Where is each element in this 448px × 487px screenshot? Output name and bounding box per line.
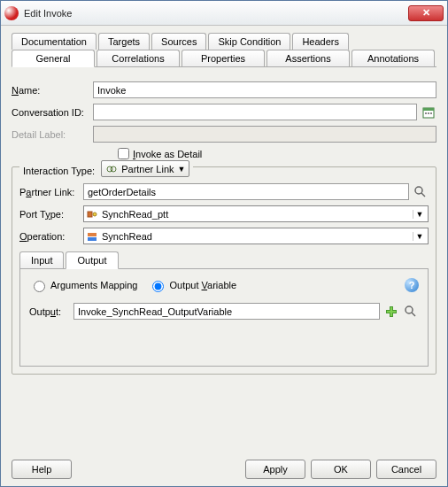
interaction-type-dropdown[interactable]: Partner Link ▼ — [101, 160, 189, 177]
add-output-icon[interactable] — [383, 304, 399, 320]
cancel-button[interactable]: Cancel — [376, 460, 436, 479]
help-icon[interactable]: ? — [405, 278, 419, 292]
svg-point-7 — [415, 187, 422, 194]
tab-sources[interactable]: Sources — [151, 33, 206, 50]
operation-combo[interactable]: SynchRead ▼ — [83, 228, 429, 244]
tab-output[interactable]: Output — [66, 251, 118, 269]
operation-value: SynchRead — [102, 231, 152, 242]
partner-link-search-icon[interactable] — [413, 184, 429, 200]
button-bar: Help Apply OK Cancel — [12, 460, 436, 479]
tab-targets[interactable]: Targets — [98, 33, 150, 50]
tab-input[interactable]: Input — [19, 251, 64, 268]
name-field[interactable] — [93, 81, 436, 98]
conversation-id-browse-icon[interactable] — [421, 104, 436, 120]
titlebar: Edit Invoke ✕ — [1, 1, 447, 26]
invoke-as-detail-label: Invoke as Detail — [133, 149, 202, 159]
port-type-icon — [86, 208, 98, 220]
partner-link-field[interactable] — [83, 183, 409, 200]
chevron-down-icon[interactable]: ▼ — [413, 232, 426, 241]
output-label: Output: — [29, 306, 73, 317]
ok-button[interactable]: OK — [311, 460, 371, 479]
io-tabs: Input Output — [19, 251, 429, 269]
apply-button[interactable]: Apply — [245, 460, 305, 479]
app-icon — [4, 6, 19, 20]
chevron-down-icon: ▼ — [178, 165, 186, 174]
arguments-mapping-radio[interactable]: Arguments Mapping — [29, 278, 137, 292]
tab-annotations[interactable]: Annotations — [351, 50, 435, 66]
svg-rect-1 — [423, 108, 434, 111]
partner-link-icon — [105, 163, 118, 175]
operation-label: Operation: — [19, 231, 83, 242]
conversation-id-label: Conversation ID: — [12, 107, 93, 118]
tab-documentation[interactable]: Documentation — [12, 33, 97, 50]
tab-headers[interactable]: Headers — [292, 33, 349, 50]
svg-rect-12 — [88, 237, 97, 241]
tab-assertions[interactable]: Assertions — [266, 50, 350, 66]
output-variable-radio[interactable]: Output Variable — [148, 278, 236, 292]
port-type-combo[interactable]: SynchRead_ptt ▼ — [83, 205, 429, 222]
operation-icon — [86, 230, 98, 243]
tab-general[interactable]: General — [12, 50, 95, 67]
interaction-type-legend: Interaction Type: Partner Link ▼ — [19, 160, 193, 177]
port-type-label: Port Type: — [19, 209, 83, 220]
help-button[interactable]: Help — [12, 460, 72, 479]
edit-invoke-dialog: Edit Invoke ✕ Documentation Targets Sour… — [0, 0, 448, 487]
close-button[interactable]: ✕ — [408, 5, 444, 21]
conversation-id-field[interactable] — [93, 104, 417, 120]
svg-line-8 — [421, 193, 425, 197]
svg-line-18 — [412, 313, 415, 316]
interaction-type-fieldset: Interaction Type: Partner Link ▼ Partner… — [12, 166, 436, 375]
svg-point-17 — [406, 306, 413, 313]
svg-point-6 — [111, 166, 116, 172]
svg-rect-4 — [430, 112, 432, 114]
detail-label-label: Detail Label: — [12, 129, 93, 140]
output-panel: Arguments Mapping Output Variable ? Outp… — [19, 269, 429, 367]
port-type-value: SynchRead_ptt — [102, 209, 168, 220]
chevron-down-icon[interactable]: ▼ — [413, 210, 426, 219]
output-field[interactable] — [73, 303, 380, 320]
svg-point-10 — [93, 213, 97, 216]
name-label: Name: — [12, 85, 93, 96]
svg-rect-9 — [88, 212, 92, 217]
partner-link-label: Partner Link: — [19, 187, 83, 197]
svg-rect-3 — [428, 112, 429, 114]
tabs-row-1: Documentation Targets Sources Skip Condi… — [12, 33, 436, 50]
svg-rect-2 — [425, 112, 427, 114]
detail-label-field — [93, 126, 436, 143]
search-output-icon[interactable] — [403, 304, 419, 320]
tabs-row-2: General Correlations Properties Assertio… — [12, 50, 436, 67]
tab-correlations[interactable]: Correlations — [97, 50, 180, 66]
invoke-as-detail-checkbox[interactable] — [118, 148, 129, 159]
svg-rect-11 — [88, 233, 97, 236]
tab-skip-condition[interactable]: Skip Condition — [208, 33, 290, 50]
tab-properties[interactable]: Properties — [182, 50, 265, 66]
window-title: Edit Invoke — [24, 8, 408, 19]
svg-rect-16 — [387, 311, 396, 313]
